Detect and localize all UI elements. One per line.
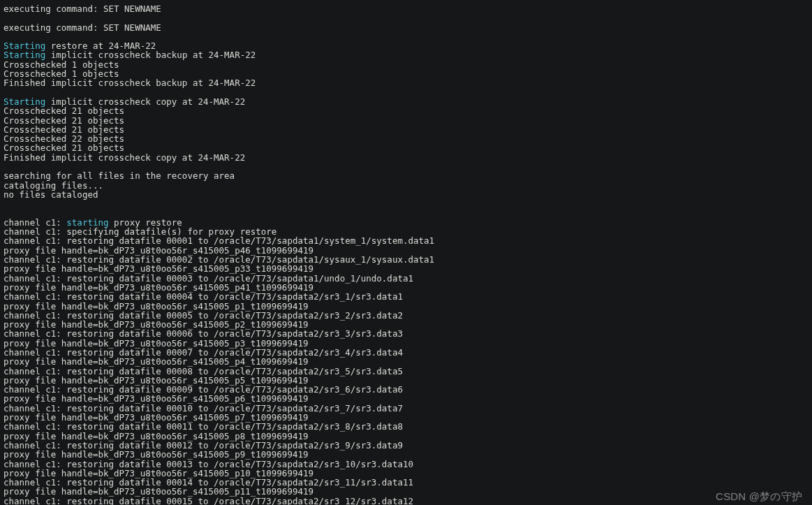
terminal-line: [3, 209, 809, 218]
terminal-line: channel c1: restoring datafile 00003 to …: [3, 274, 809, 283]
terminal-line: channel c1: restoring datafile 00012 to …: [3, 441, 809, 450]
terminal-line: Crosschecked 21 objects: [3, 116, 809, 125]
terminal-line: channel c1: restoring datafile 00013 to …: [3, 460, 809, 469]
terminal-line: [3, 32, 809, 41]
terminal-line: channel c1: restoring datafile 00005 to …: [3, 311, 809, 320]
terminal-line: proxy file handle=bk_dP73_u8t0oo56r_s415…: [3, 394, 809, 403]
terminal-line: channel c1: restoring datafile 00010 to …: [3, 404, 809, 413]
terminal-line: channel c1: starting proxy restore: [3, 218, 809, 227]
terminal-line: [3, 88, 809, 97]
terminal-line: Starting restore at 24-MAR-22: [3, 41, 809, 50]
terminal-line: proxy file handle=bk_dP73_u8t0oo56r_s415…: [3, 357, 809, 366]
terminal-line: channel c1: restoring datafile 00001 to …: [3, 236, 809, 245]
terminal-line: channel c1: restoring datafile 00007 to …: [3, 348, 809, 357]
terminal-line: proxy file handle=bk_dP73_u8t0oo56r_s415…: [3, 487, 809, 496]
terminal-line: Crosschecked 1 objects: [3, 60, 809, 69]
terminal-line: proxy file handle=bk_dP73_u8t0oo56r_s415…: [3, 302, 809, 311]
terminal-output[interactable]: executing command: SET NEWNAME executing…: [0, 0, 812, 505]
terminal-line: channel c1: specifying datafile(s) for p…: [3, 227, 809, 236]
terminal-text: executing command: SET NEWNAME: [3, 22, 161, 33]
terminal-line: Starting implicit crosscheck backup at 2…: [3, 50, 809, 59]
terminal-line: no files cataloged: [3, 190, 809, 199]
terminal-line: channel c1: restoring datafile 00008 to …: [3, 367, 809, 376]
terminal-text: executing command: SET NEWNAME: [3, 3, 161, 14]
terminal-line: Starting implicit crosscheck copy at 24-…: [3, 97, 809, 106]
terminal-text: no files cataloged: [3, 189, 98, 200]
terminal-line: channel c1: restoring datafile 00011 to …: [3, 422, 809, 431]
terminal-line: Crosschecked 21 objects: [3, 143, 809, 152]
terminal-line: Finished implicit crosscheck copy at 24-…: [3, 153, 809, 162]
terminal-line: proxy file handle=bk_dP73_u8t0oo56r_s415…: [3, 283, 809, 292]
terminal-line: proxy file handle=bk_dP73_u8t0oo56r_s415…: [3, 320, 809, 329]
terminal-line: proxy file handle=bk_dP73_u8t0oo56r_s415…: [3, 432, 809, 441]
terminal-line: channel c1: restoring datafile 00006 to …: [3, 329, 809, 338]
terminal-line: Crosschecked 21 objects: [3, 106, 809, 115]
terminal-line: proxy file handle=bk_dP73_u8t0oo56r_s415…: [3, 246, 809, 255]
terminal-line: Finished implicit crosscheck backup at 2…: [3, 78, 809, 87]
terminal-line: proxy file handle=bk_dP73_u8t0oo56r_s415…: [3, 450, 809, 459]
terminal-line: proxy file handle=bk_dP73_u8t0oo56r_s415…: [3, 264, 809, 273]
terminal-line: proxy file handle=bk_dP73_u8t0oo56r_s415…: [3, 376, 809, 385]
terminal-text: Finished implicit crosscheck copy at 24-…: [3, 152, 245, 163]
terminal-text: Finished implicit crosscheck backup at 2…: [3, 78, 256, 88]
terminal-line: channel c1: restoring datafile 00014 to …: [3, 478, 809, 487]
terminal-line: channel c1: restoring datafile 00002 to …: [3, 255, 809, 264]
terminal-line: searching for all files in the recovery …: [3, 171, 809, 180]
terminal-text: channel c1: restoring datafile 00015 to …: [3, 496, 413, 505]
terminal-line: [3, 162, 809, 171]
terminal-line: proxy file handle=bk_dP73_u8t0oo56r_s415…: [3, 413, 809, 422]
terminal-line: [3, 13, 809, 22]
terminal-line: executing command: SET NEWNAME: [3, 4, 809, 13]
terminal-line: channel c1: restoring datafile 00004 to …: [3, 292, 809, 301]
terminal-line: Crosschecked 22 objects: [3, 134, 809, 143]
terminal-line: proxy file handle=bk_dP73_u8t0oo56r_s415…: [3, 469, 809, 478]
terminal-line: channel c1: restoring datafile 00009 to …: [3, 385, 809, 394]
terminal-line: executing command: SET NEWNAME: [3, 23, 809, 32]
terminal-line: proxy file handle=bk_dP73_u8t0oo56r_s415…: [3, 339, 809, 348]
terminal-line: channel c1: restoring datafile 00015 to …: [3, 497, 809, 505]
terminal-line: [3, 199, 809, 208]
terminal-line: cataloging files...: [3, 181, 809, 190]
terminal-line: Crosschecked 1 objects: [3, 69, 809, 78]
terminal-line: Crosschecked 21 objects: [3, 125, 809, 134]
